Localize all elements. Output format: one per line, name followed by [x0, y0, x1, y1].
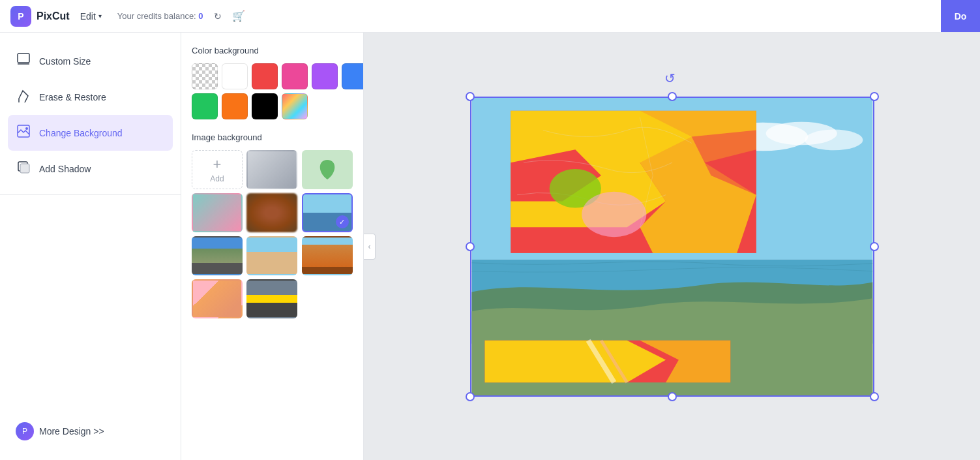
image-thumb-brown[interactable]	[246, 193, 297, 232]
sidebar-item-custom-size[interactable]: Custom Size	[0, 43, 181, 79]
add-label: Add	[210, 174, 224, 183]
color-white[interactable]	[222, 63, 248, 89]
sidebar-divider	[0, 194, 181, 195]
cart-icon[interactable]: 🛒	[232, 10, 245, 22]
image-thumb-leaf[interactable]	[302, 150, 353, 189]
sidebar: Custom Size Erase & Restore Change Backg…	[0, 33, 181, 460]
color-section-title: Color background	[192, 46, 353, 55]
image-thumb-street[interactable]	[302, 236, 353, 275]
image-thumb-taxi[interactable]	[246, 279, 297, 318]
handle-bottom-right[interactable]	[870, 392, 879, 401]
add-shadow-icon	[16, 160, 31, 177]
sidebar-item-erase-restore[interactable]: Erase & Restore	[0, 79, 181, 115]
more-design-button[interactable]: P More Design >>	[0, 413, 181, 450]
color-orange[interactable]	[222, 93, 248, 119]
change-background-icon	[16, 124, 31, 142]
sidebar-item-label: Custom Size	[39, 56, 91, 67]
handle-middle-left[interactable]	[466, 242, 475, 251]
color-black[interactable]	[252, 93, 278, 119]
svg-point-16	[582, 191, 646, 236]
credits-value: 0	[198, 11, 203, 21]
canvas-wrapper: ↺	[470, 97, 874, 397]
logo-text: PixCut	[37, 10, 70, 22]
collapse-panel-button[interactable]: ‹	[364, 234, 376, 260]
color-grid	[192, 63, 353, 119]
background-panel: Color background Image background + Add	[181, 33, 364, 460]
credits-balance: Your credits balance: 0	[117, 11, 203, 21]
image-thumb-arch[interactable]	[246, 236, 297, 275]
color-pink[interactable]	[282, 63, 308, 89]
handle-bottom-left[interactable]	[466, 392, 475, 401]
image-grid: + Add ✓	[192, 150, 353, 318]
erase-restore-icon	[16, 88, 31, 106]
color-purple[interactable]	[312, 63, 338, 89]
svg-point-12	[805, 129, 863, 150]
more-design-label: More Design >>	[39, 426, 104, 437]
more-design-icon: P	[16, 422, 34, 440]
sidebar-item-add-shadow[interactable]: Add Shadow	[0, 151, 181, 187]
image-thumb-pastel[interactable]	[192, 193, 243, 232]
sidebar-item-label: Change Background	[39, 128, 123, 138]
handle-top-middle[interactable]	[668, 92, 677, 101]
refresh-icon[interactable]: ↻	[214, 11, 222, 22]
header: P PixCut Edit ▾ Your credits balance: 0 …	[0, 0, 980, 33]
chevron-down-icon: ▾	[98, 12, 102, 20]
handle-bottom-middle[interactable]	[668, 392, 677, 401]
image-thumb-door[interactable]	[192, 279, 243, 318]
handle-middle-right[interactable]	[870, 242, 879, 251]
color-transparent[interactable]	[192, 63, 218, 89]
canvas-image[interactable]	[470, 97, 874, 397]
image-thumb-coastal[interactable]: ✓	[302, 193, 353, 232]
svg-rect-5	[20, 164, 29, 173]
handle-top-left[interactable]	[466, 92, 475, 101]
image-section-title: Image background	[192, 132, 353, 142]
image-thumb-mountain[interactable]	[192, 236, 243, 275]
background-image	[471, 98, 873, 395]
plus-icon: +	[213, 156, 222, 173]
add-image-button[interactable]: + Add	[192, 150, 243, 189]
sidebar-item-label: Add Shadow	[39, 164, 91, 174]
canvas-area: ‹ ↺	[364, 33, 980, 460]
svg-rect-0	[18, 54, 29, 63]
edit-menu[interactable]: Edit ▾	[80, 11, 102, 22]
color-blue[interactable]	[342, 63, 364, 89]
logo-icon: P	[10, 6, 31, 27]
sidebar-item-label: Erase & Restore	[39, 92, 106, 102]
color-gradient[interactable]	[282, 93, 308, 119]
selected-check-icon: ✓	[336, 215, 349, 228]
color-green[interactable]	[192, 93, 218, 119]
color-red[interactable]	[252, 63, 278, 89]
sidebar-item-change-background[interactable]: Change Background	[8, 115, 173, 151]
edit-label: Edit	[80, 11, 96, 22]
handle-top-right[interactable]	[870, 92, 879, 101]
main-layout: Custom Size Erase & Restore Change Backg…	[0, 33, 980, 460]
image-thumb-gray[interactable]	[246, 150, 297, 189]
rotate-handle[interactable]: ↺	[664, 70, 680, 86]
svg-point-3	[25, 127, 28, 130]
custom-size-icon	[16, 52, 31, 70]
download-button[interactable]: Do	[941, 0, 980, 32]
logo: P PixCut	[10, 6, 70, 27]
